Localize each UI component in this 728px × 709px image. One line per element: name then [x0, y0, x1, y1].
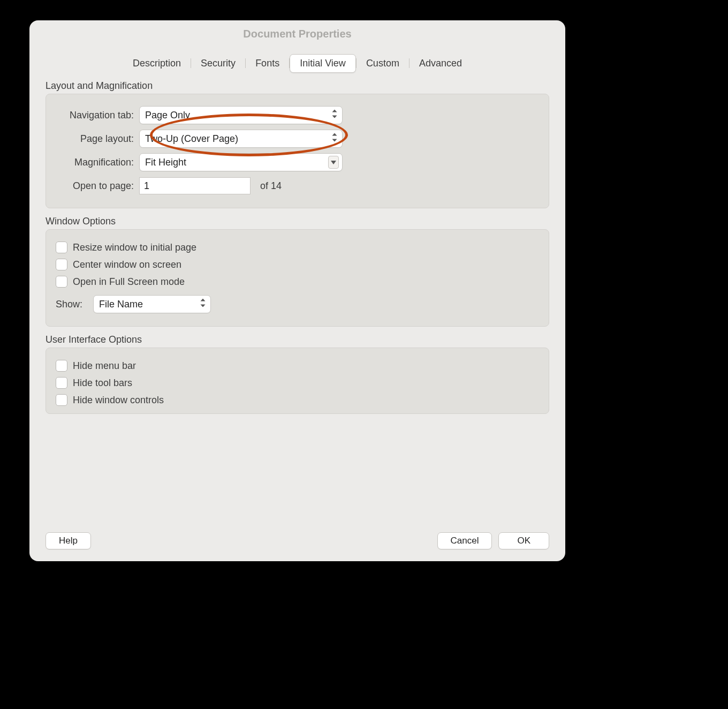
- open-to-page-of: of 14: [260, 180, 282, 192]
- help-button[interactable]: Help: [46, 532, 91, 549]
- page-layout-select[interactable]: Two-Up (Cover Page): [139, 130, 343, 148]
- dropdown-arrow-icon: [328, 156, 339, 169]
- show-label: Show:: [56, 299, 88, 310]
- resize-window-checkbox[interactable]: [56, 242, 67, 253]
- magnification-combo[interactable]: Fit Height: [139, 153, 343, 171]
- tab-bar: Description Security Fonts Initial View …: [29, 54, 565, 73]
- ui-group: Hide menu bar Hide tool bars Hide window…: [46, 348, 549, 414]
- hide-window-controls-label: Hide window controls: [73, 395, 164, 406]
- document-properties-window: Document Properties Description Security…: [29, 20, 565, 561]
- tab-initial-view[interactable]: Initial View: [290, 54, 356, 73]
- updown-arrows-icon: [200, 299, 206, 310]
- updown-arrows-icon: [331, 110, 338, 121]
- ok-button[interactable]: OK: [498, 532, 549, 549]
- navigation-tab-value: Page Only: [145, 110, 190, 121]
- resize-window-label: Resize window to initial page: [73, 242, 196, 253]
- layout-section-heading: Layout and Magnification: [46, 80, 549, 92]
- magnification-value: Fit Height: [145, 157, 186, 168]
- hide-menu-label: Hide menu bar: [73, 360, 136, 372]
- updown-arrows-icon: [331, 133, 338, 145]
- magnification-label: Magnification:: [54, 157, 134, 168]
- tab-security[interactable]: Security: [191, 55, 245, 72]
- window-section-heading: Window Options: [46, 216, 549, 227]
- navigation-tab-label: Navigation tab:: [54, 110, 134, 121]
- hide-window-controls-checkbox[interactable]: [56, 394, 67, 406]
- navigation-tab-select[interactable]: Page Only: [139, 106, 343, 124]
- cancel-button[interactable]: Cancel: [437, 532, 492, 549]
- center-window-label: Center window on screen: [73, 259, 181, 270]
- center-window-checkbox[interactable]: [56, 259, 67, 270]
- window-title: Document Properties: [243, 28, 351, 40]
- tab-advanced[interactable]: Advanced: [410, 55, 472, 72]
- tab-fonts[interactable]: Fonts: [246, 55, 289, 72]
- hide-menu-checkbox[interactable]: [56, 360, 67, 372]
- open-to-page-label: Open to page:: [54, 180, 134, 192]
- page-layout-label: Page layout:: [54, 133, 134, 145]
- open-to-page-input[interactable]: [139, 177, 251, 194]
- window-group: Resize window to initial page Center win…: [46, 229, 549, 327]
- hide-tool-label: Hide tool bars: [73, 378, 132, 389]
- tab-custom[interactable]: Custom: [357, 55, 409, 72]
- layout-group: Navigation tab: Page Only Page layout: T…: [46, 94, 549, 208]
- hide-tool-checkbox[interactable]: [56, 377, 67, 389]
- show-value: File Name: [99, 299, 143, 310]
- footer: Help Cancel OK: [46, 532, 549, 549]
- page-layout-value: Two-Up (Cover Page): [145, 133, 238, 145]
- ui-section-heading: User Interface Options: [46, 334, 549, 345]
- tab-description[interactable]: Description: [123, 55, 191, 72]
- show-select[interactable]: File Name: [93, 295, 211, 313]
- fullscreen-checkbox[interactable]: [56, 276, 67, 288]
- titlebar: Document Properties: [29, 20, 565, 47]
- fullscreen-label: Open in Full Screen mode: [73, 276, 185, 288]
